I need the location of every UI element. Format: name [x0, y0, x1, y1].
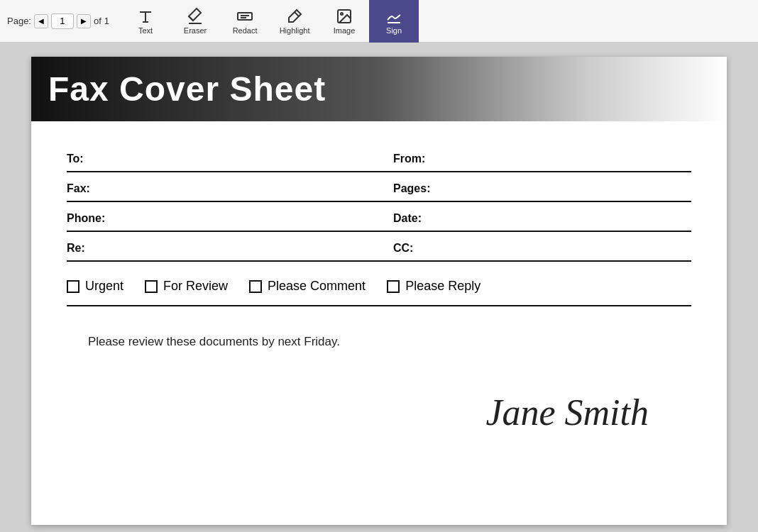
urgent-label: Urgent: [85, 279, 123, 294]
page-navigation: Page: ◀ ▶ of 1: [7, 13, 109, 29]
fax-label: Fax:: [67, 182, 90, 194]
cc-label: CC:: [393, 242, 413, 254]
form-cell-fax: Fax:: [67, 172, 379, 201]
checkbox-please-reply[interactable]: Please Reply: [387, 279, 480, 294]
redact-tool-button[interactable]: Redact: [220, 0, 270, 43]
next-page-button[interactable]: ▶: [77, 14, 91, 28]
for-review-label: For Review: [163, 279, 228, 294]
highlight-tool-button[interactable]: Highlight: [270, 0, 319, 43]
for-review-checkbox-box[interactable]: [145, 280, 158, 293]
pages-label: Pages:: [393, 182, 430, 194]
fax-header: Fax Cover Sheet: [31, 57, 727, 121]
signature-area: Jane Smith: [67, 377, 691, 448]
image-tool-label: Image: [334, 26, 356, 35]
message-text: Please review these documents by next Fr…: [88, 335, 340, 348]
checkbox-please-comment[interactable]: Please Comment: [249, 279, 366, 294]
toolbar: Page: ◀ ▶ of 1 Text Eraser Redact: [0, 0, 758, 43]
checkbox-row: Urgent For Review Please Comment Please …: [67, 262, 691, 306]
text-tool-label: Text: [138, 26, 153, 35]
message-area: Please review these documents by next Fr…: [67, 328, 691, 377]
form-cell-phone: Phone:: [67, 202, 379, 231]
text-icon: [137, 8, 154, 25]
re-label: Re:: [67, 242, 85, 254]
page-label: Page:: [7, 16, 31, 26]
highlight-icon: [286, 8, 303, 25]
sign-tool-button[interactable]: Sign: [369, 0, 419, 43]
form-cell-cc: CC:: [379, 232, 691, 260]
phone-label: Phone:: [67, 212, 105, 224]
eraser-tool-label: Eraser: [184, 26, 207, 35]
form-row-re-cc: Re: CC:: [67, 232, 691, 262]
please-comment-checkbox-box[interactable]: [249, 280, 262, 293]
sign-tool-label: Sign: [386, 26, 402, 35]
signature: Jane Smith: [485, 392, 649, 433]
form-row-phone-date: Phone: Date:: [67, 202, 691, 232]
highlight-tool-label: Highlight: [280, 26, 310, 35]
image-icon: [336, 8, 353, 25]
form-cell-pages: Pages:: [379, 172, 691, 201]
checkbox-urgent[interactable]: Urgent: [67, 279, 123, 294]
form-cell-re: Re:: [67, 232, 379, 260]
from-label: From:: [393, 153, 425, 165]
fax-title: Fax Cover Sheet: [48, 70, 710, 109]
svg-line-5: [189, 16, 193, 21]
please-reply-checkbox-box[interactable]: [387, 280, 400, 293]
text-tool-button[interactable]: Text: [121, 0, 170, 43]
redact-icon: [236, 8, 253, 25]
image-tool-button[interactable]: Image: [319, 0, 369, 43]
please-comment-label: Please Comment: [268, 279, 366, 294]
date-label: Date:: [393, 212, 422, 224]
redact-tool-label: Redact: [233, 26, 258, 35]
form-row-fax-pages: Fax: Pages:: [67, 172, 691, 202]
document-area: Fax Cover Sheet To: From: Fax: Pages:: [0, 43, 758, 532]
form-row-to-from: To: From:: [67, 143, 691, 172]
form-cell-date: Date:: [379, 202, 691, 231]
svg-line-9: [295, 12, 299, 16]
checkbox-for-review[interactable]: For Review: [145, 279, 228, 294]
page-total: 1: [104, 16, 109, 26]
svg-point-11: [341, 13, 343, 15]
form-cell-to: To:: [67, 143, 379, 171]
document-page: Fax Cover Sheet To: From: Fax: Pages:: [31, 57, 727, 525]
urgent-checkbox-box[interactable]: [67, 280, 79, 293]
sign-icon: [385, 8, 402, 25]
page-separator: of: [94, 16, 101, 26]
eraser-icon: [187, 8, 204, 25]
page-number-input[interactable]: [51, 13, 74, 29]
please-reply-label: Please Reply: [405, 279, 480, 294]
prev-page-button[interactable]: ◀: [34, 14, 48, 28]
eraser-tool-button[interactable]: Eraser: [170, 0, 220, 43]
form-cell-from: From:: [379, 143, 691, 171]
to-label: To:: [67, 153, 84, 165]
form-content: To: From: Fax: Pages: Phone:: [31, 121, 727, 469]
